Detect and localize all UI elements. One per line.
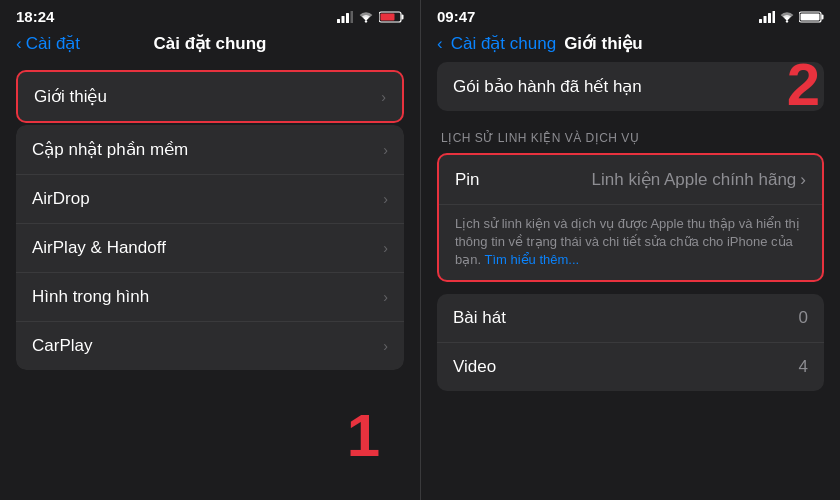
baihat-item: Bài hát 0 <box>437 294 824 343</box>
airdrop-label: AirDrop <box>32 189 90 209</box>
annotation-2: 2 <box>787 50 820 119</box>
right-panel: 09:47 ‹ Cài đặt chu <box>420 0 840 500</box>
capnhat-chevron: › <box>383 142 388 158</box>
svg-rect-0 <box>337 19 340 23</box>
svg-rect-6 <box>402 14 404 19</box>
highlighted-item: Giới thiệu › <box>16 70 404 123</box>
pin-row[interactable]: Pin Linh kiện Apple chính hãng › <box>439 155 822 205</box>
warranty-item[interactable]: Gói bảo hành đã hết hạn › <box>437 62 824 111</box>
carplay-label: CarPlay <box>32 336 92 356</box>
video-item: Video 4 <box>437 343 824 391</box>
hinhtrong-label: Hình trong hình <box>32 287 149 307</box>
wifi-icon-right <box>779 11 795 23</box>
battery-icon-right <box>799 11 824 23</box>
svg-rect-10 <box>768 13 771 23</box>
capnhat-item[interactable]: Cập nhật phần mềm › <box>16 125 404 175</box>
nav-bar-right: ‹ Cài đặt chung Giới thiệu <box>421 29 840 62</box>
status-icons-right <box>759 11 824 23</box>
back-label-left: Cài đặt <box>26 33 80 54</box>
svg-point-12 <box>786 20 788 22</box>
capnhat-label: Cập nhật phần mềm <box>32 139 188 160</box>
bottom-list: Bài hát 0 Video 4 <box>437 294 824 391</box>
airdrop-item[interactable]: AirDrop › <box>16 175 404 224</box>
back-button-right[interactable]: ‹ <box>437 34 443 54</box>
time-left: 18:24 <box>16 8 54 25</box>
gioi-thieu-chevron: › <box>381 89 386 105</box>
bottom-section: Bài hát 0 Video 4 <box>437 294 824 391</box>
gioi-thieu-label: Giới thiệu <box>34 86 107 107</box>
signal-icon-right <box>759 11 775 23</box>
video-value: 4 <box>799 357 808 377</box>
nav-current: Giới thiệu <box>564 33 643 54</box>
svg-rect-1 <box>342 16 345 23</box>
wifi-icon-left <box>358 11 374 23</box>
svg-rect-3 <box>351 11 354 23</box>
carplay-item[interactable]: CarPlay › <box>16 322 404 370</box>
service-card: Pin Linh kiện Apple chính hãng › Lịch sử… <box>437 153 824 282</box>
right-content: Gói bảo hành đã hết hạn › LỊCH SỬ LINH K… <box>421 62 840 500</box>
pin-chevron: › <box>800 170 806 190</box>
signal-icon-left <box>337 11 353 23</box>
chevron-back-left: ‹ <box>16 34 22 54</box>
airplay-chevron: › <box>383 240 388 256</box>
pin-label: Pin <box>455 170 480 190</box>
hinhtrong-chevron: › <box>383 289 388 305</box>
baihat-value: 0 <box>799 308 808 328</box>
pin-value: Linh kiện Apple chính hãng › <box>592 169 806 190</box>
status-bar-right: 09:47 <box>421 0 840 29</box>
hinhtrong-item[interactable]: Hình trong hình › <box>16 273 404 322</box>
svg-rect-9 <box>764 16 767 23</box>
status-bar-left: 18:24 <box>0 0 420 29</box>
gioi-thieu-item[interactable]: Giới thiệu › <box>18 72 402 121</box>
left-panel: 18:24 ‹ Cài đặt <box>0 0 420 500</box>
service-section-header: LỊCH SỬ LINH KIỆN VÀ DỊCH VỤ <box>437 131 824 145</box>
carplay-chevron: › <box>383 338 388 354</box>
time-right: 09:47 <box>437 8 475 25</box>
airdrop-chevron: › <box>383 191 388 207</box>
settings-group: Cập nhật phần mềm › AirDrop › AirPlay & … <box>16 125 404 370</box>
svg-rect-7 <box>381 13 395 20</box>
svg-rect-14 <box>822 14 824 19</box>
svg-rect-15 <box>801 13 820 20</box>
nav-bar-left: ‹ Cài đặt Cài đặt chung <box>0 29 420 62</box>
annotation-1: 1 <box>347 401 380 470</box>
svg-rect-8 <box>759 19 762 23</box>
baihat-label: Bài hát <box>453 308 506 328</box>
battery-icon-left <box>379 11 404 23</box>
svg-point-4 <box>365 20 367 22</box>
airplay-item[interactable]: AirPlay & Handoff › <box>16 224 404 273</box>
warranty-label: Gói bảo hành đã hết hạn <box>453 76 642 97</box>
status-icons-left <box>337 11 404 23</box>
airplay-label: AirPlay & Handoff <box>32 238 166 258</box>
video-label: Video <box>453 357 496 377</box>
svg-rect-2 <box>346 13 349 23</box>
nav-title-left: Cài đặt chung <box>154 33 267 54</box>
service-description: Lịch sử linh kiện và dịch vụ được Apple … <box>439 205 822 280</box>
chevron-back-right: ‹ <box>437 34 443 54</box>
svg-rect-11 <box>773 11 776 23</box>
learn-more-link[interactable]: Tìm hiểu thêm... <box>484 252 579 267</box>
nav-breadcrumb: Cài đặt chung <box>451 33 556 54</box>
back-button-left[interactable]: ‹ Cài đặt <box>16 33 80 54</box>
